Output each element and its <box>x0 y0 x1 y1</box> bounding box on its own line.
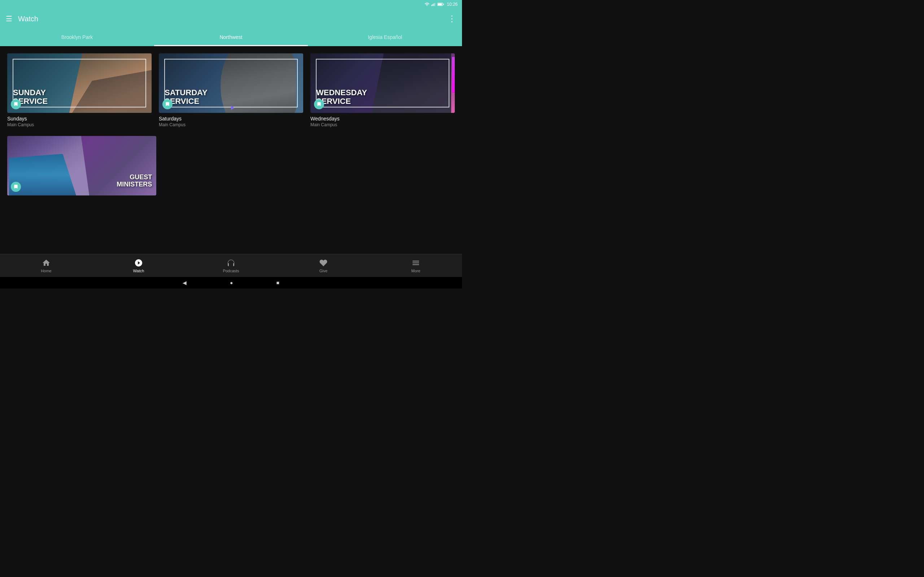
video-subtitle-sundays: Main Campus <box>7 122 152 127</box>
nav-give[interactable]: Give <box>277 259 370 273</box>
status-icons: 10:26 <box>425 2 458 7</box>
thumbnail-wednesdays[interactable]: WEDNESDAYSERVICE <box>310 53 455 113</box>
badge-sundays <box>11 99 21 109</box>
video-grid: SUNDAYSERVICE Sundays Main Campus SATURD… <box>7 53 455 127</box>
thumbnail-saturdays[interactable]: SATURDAYSERVICE <box>159 53 303 113</box>
home-button[interactable]: ● <box>230 280 233 285</box>
svg-rect-3 <box>435 3 435 6</box>
thumbnail-guest[interactable]: GUESTMINISTERS <box>7 136 156 195</box>
nav-watch[interactable]: Watch <box>92 259 185 273</box>
video-card-wednesdays[interactable]: WEDNESDAYSERVICE Wednesdays Main Campus <box>310 53 455 127</box>
battery-icon <box>438 2 444 7</box>
hamburger-icon[interactable]: ☰ <box>6 15 12 23</box>
svg-rect-6 <box>443 4 444 5</box>
content-area: SUNDAYSERVICE Sundays Main Campus SATURD… <box>0 46 462 254</box>
recent-button[interactable]: ■ <box>276 280 279 285</box>
signal-icon <box>431 2 436 7</box>
back-button[interactable]: ◀ <box>183 280 187 285</box>
tab-bar: Brooklyn Park Northwest Iglesia Español <box>0 29 462 46</box>
svg-rect-5 <box>438 3 442 5</box>
play-icon <box>134 259 143 267</box>
give-icon <box>319 259 328 267</box>
video-title-sundays: Sundays <box>7 116 152 121</box>
home-icon <box>42 259 50 267</box>
more-icon <box>412 259 420 267</box>
video-card-sundays[interactable]: SUNDAYSERVICE Sundays Main Campus <box>7 53 152 127</box>
thumbnail-sundays[interactable]: SUNDAYSERVICE <box>7 53 152 113</box>
time-display: 10:26 <box>447 2 458 7</box>
svg-rect-2 <box>433 3 434 6</box>
video-card-saturdays[interactable]: SATURDAYSERVICE Saturdays Main Campus <box>159 53 303 127</box>
video-title-saturdays: Saturdays <box>159 116 303 121</box>
badge-guest <box>11 182 21 192</box>
video-subtitle-saturdays: Main Campus <box>159 122 303 127</box>
tab-brooklyn-park[interactable]: Brooklyn Park <box>0 29 154 46</box>
video-card-guest-ministers[interactable]: GUESTMINISTERS <box>7 136 156 195</box>
badge-saturdays <box>162 99 173 109</box>
more-options-button[interactable]: ⋮ <box>447 14 456 24</box>
badge-wednesdays <box>314 99 324 109</box>
svg-rect-1 <box>432 4 433 6</box>
tab-iglesia[interactable]: Iglesia Español <box>308 29 462 46</box>
svg-rect-0 <box>431 5 432 6</box>
nav-home[interactable]: Home <box>0 259 92 273</box>
video-subtitle-wednesdays: Main Campus <box>310 122 455 127</box>
bottom-nav: Home Watch Podcasts Give More <box>0 254 462 277</box>
android-nav-bar: ◀ ● ■ <box>0 277 462 288</box>
video-title-wednesdays: Wednesdays <box>310 116 455 121</box>
nav-more[interactable]: More <box>370 259 462 273</box>
status-bar: 10:26 <box>0 0 462 9</box>
wifi-icon <box>425 2 430 7</box>
tab-northwest[interactable]: Northwest <box>154 29 308 46</box>
video-row-single: GUESTMINISTERS <box>7 136 455 195</box>
page-title: Watch <box>18 15 447 23</box>
nav-podcasts[interactable]: Podcasts <box>185 259 277 273</box>
top-bar: ☰ Watch ⋮ <box>0 9 462 29</box>
headphones-icon <box>227 259 235 267</box>
